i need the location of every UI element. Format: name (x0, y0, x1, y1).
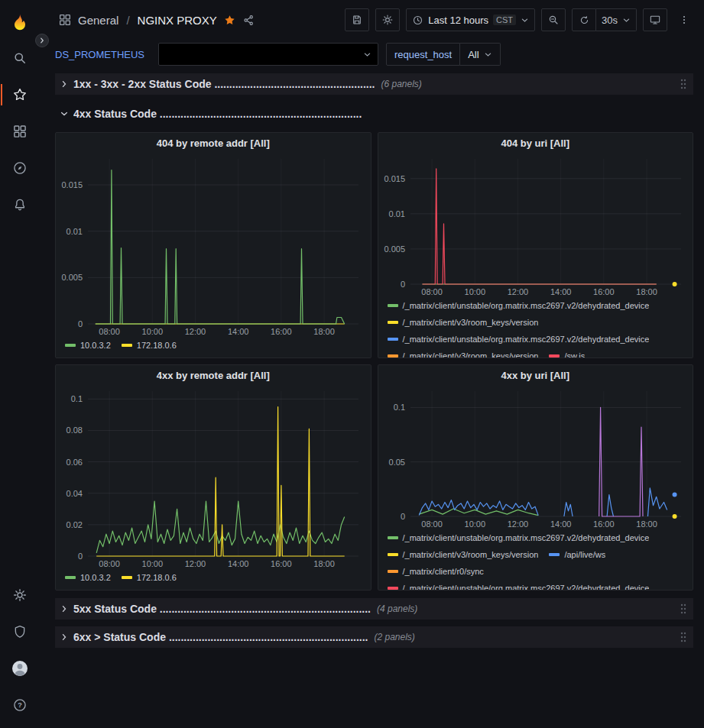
row-drag-handle[interactable] (680, 603, 687, 615)
breadcrumb-separator: / (126, 14, 129, 27)
sidebar-item-server-admin[interactable] (0, 613, 40, 650)
svg-text:0.01: 0.01 (67, 227, 83, 236)
variable-label-ds-prometheus[interactable]: DS_PROMETHEUS (55, 49, 151, 60)
svg-text:08:00: 08:00 (99, 559, 120, 568)
row-drag-handle[interactable] (680, 78, 687, 90)
svg-text:0: 0 (78, 319, 83, 328)
svg-text:0.015: 0.015 (384, 174, 405, 183)
help-icon: ? (12, 697, 28, 713)
refresh-button[interactable] (572, 8, 596, 31)
save-dashboard-button[interactable] (345, 8, 369, 31)
svg-text:0.015: 0.015 (61, 180, 83, 189)
svg-text:10:00: 10:00 (464, 519, 485, 529)
legend-item[interactable]: /_matrix/client/v3/room_keys/version (388, 348, 539, 358)
refresh-interval-dropdown[interactable]: 30s (596, 8, 637, 31)
sidebar-item-search[interactable] (0, 40, 40, 76)
dashboard-settings-button[interactable] (375, 8, 400, 31)
sidebar-item-profile[interactable] (0, 650, 40, 687)
legend-item[interactable]: /_matrix/client/v3/room_keys/version (388, 315, 539, 330)
sidebar-expand-button[interactable] (35, 34, 49, 47)
legend-item[interactable]: 10.0.3.2 (65, 338, 111, 353)
legend-item[interactable]: /_matrix/client/unstable/org.matrix.msc2… (388, 332, 650, 347)
svg-text:18:00: 18:00 (313, 327, 335, 336)
row-panel-count: (6 panels) (381, 79, 421, 89)
legend-item[interactable]: /_matrix/client/unstable/org.matrix.msc2… (388, 298, 650, 313)
share-icon[interactable] (242, 14, 255, 27)
legend-item[interactable]: 10.0.3.2 (65, 570, 111, 585)
sidebar-item-settings[interactable] (0, 577, 40, 613)
svg-text:0.04: 0.04 (67, 489, 83, 498)
row-title: 5xx Status Code ........................… (73, 603, 371, 615)
panel-title[interactable]: 4xx by remote addr [All] (56, 365, 371, 385)
drag-handle-icon (680, 631, 687, 643)
svg-text:?: ? (18, 701, 22, 709)
sidebar-item-starred[interactable] (0, 76, 40, 113)
time-range-picker[interactable]: Last 12 hours CST (406, 8, 535, 31)
grafana-flame-icon (10, 13, 30, 33)
drag-handle-icon (680, 603, 687, 615)
favorite-star-icon[interactable] (223, 14, 236, 27)
legend-item[interactable]: /_matrix/client/v3/room_keys/version (388, 547, 539, 562)
panel-title[interactable]: 404 by uri [All] (378, 133, 693, 153)
legend-item[interactable]: /_matrix/client/unstable/org.matrix.msc2… (388, 581, 650, 590)
row-header-6xx[interactable]: 6xx > Status Code ......................… (55, 626, 693, 648)
svg-text:08:00: 08:00 (421, 519, 443, 529)
panel-4xx-by-remote-addr: 4xx by remote addr [All] 08:0010:0012:00… (55, 364, 371, 590)
row-panel-count: (2 panels) (375, 632, 415, 642)
chevron-down-icon (363, 50, 371, 59)
svg-text:10:00: 10:00 (142, 327, 164, 336)
time-series-chart[interactable]: 08:0010:0012:0014:0016:0018:0000.0050.01… (378, 153, 693, 298)
sidebar-item-dashboards[interactable] (0, 113, 40, 150)
sidebar-item-alerting[interactable] (0, 186, 40, 223)
svg-text:16:00: 16:00 (271, 559, 292, 568)
chevron-down-icon (521, 16, 529, 24)
legend-item[interactable]: 172.18.0.6 (122, 338, 177, 353)
svg-text:14:00: 14:00 (228, 327, 249, 336)
request-host-variable: request_host All (386, 43, 501, 66)
kebab-menu-button[interactable] (673, 8, 695, 31)
zoom-out-time-button[interactable] (541, 8, 566, 31)
sidebar: ? (0, 0, 40, 728)
svg-text:0: 0 (400, 512, 404, 521)
row-title: 4xx Status Code ........................… (73, 108, 362, 120)
legend-item[interactable]: /_matrix/client/unstable/org.matrix.msc2… (388, 530, 650, 545)
chevron-right-icon (60, 633, 69, 642)
grafana-logo[interactable] (0, 6, 40, 40)
time-series-chart[interactable]: 08:0010:0012:0014:0016:0018:0000.0050.01… (56, 153, 371, 338)
datasource-select[interactable] (158, 43, 378, 66)
zoom-out-icon (547, 14, 560, 26)
legend-item[interactable]: /_matrix/client/r0/sync (388, 564, 484, 579)
chevron-down-icon (60, 109, 69, 118)
time-series-chart[interactable]: 08:0010:0012:0014:0016:0018:0000.050.1 (378, 385, 693, 530)
breadcrumb-folder[interactable]: General (78, 14, 118, 27)
request-host-select[interactable]: All (460, 43, 500, 66)
svg-text:0.1: 0.1 (71, 394, 83, 403)
svg-text:18:00: 18:00 (636, 519, 657, 529)
row-drag-handle[interactable] (680, 631, 687, 643)
legend-item[interactable]: 172.18.0.6 (122, 570, 177, 585)
refresh-icon (579, 15, 590, 26)
chevron-down-icon (484, 50, 492, 59)
panel-title[interactable]: 404 by remote addr [All] (56, 133, 371, 153)
dashboard-canvas: 1xx - 3xx - 2xx Status Code ............… (40, 69, 704, 648)
sidebar-item-help[interactable]: ? (0, 687, 40, 723)
row-header-4xx[interactable]: 4xx Status Code ........................… (55, 103, 693, 125)
gear-icon (12, 587, 28, 603)
row-title: 6xx > Status Code ......................… (73, 631, 368, 643)
svg-text:0.02: 0.02 (67, 520, 83, 529)
row-header-1xx-3xx-2xx[interactable]: 1xx - 3xx - 2xx Status Code ............… (55, 73, 693, 95)
request-host-value: All (468, 49, 479, 60)
clock-icon (412, 15, 423, 26)
panel-title[interactable]: 4xx by uri [All] (378, 365, 693, 385)
sidebar-item-explore[interactable] (0, 150, 40, 186)
svg-text:0.005: 0.005 (384, 244, 405, 254)
time-series-chart[interactable]: 08:0010:0012:0014:0016:0018:0000.020.040… (56, 385, 371, 570)
row-header-5xx[interactable]: 5xx Status Code ........................… (55, 598, 693, 620)
breadcrumb-dashboard-title[interactable]: NGINX PROXY (138, 14, 217, 27)
panel-legend: /_matrix/client/unstable/org.matrix.msc2… (378, 530, 693, 590)
svg-text:14:00: 14:00 (550, 287, 571, 296)
legend-item[interactable]: /api/live/ws (549, 547, 605, 562)
toolbar-actions: Last 12 hours CST 30s (345, 8, 695, 31)
tv-mode-button[interactable] (643, 8, 667, 31)
legend-item[interactable]: /sw.js (549, 348, 585, 358)
